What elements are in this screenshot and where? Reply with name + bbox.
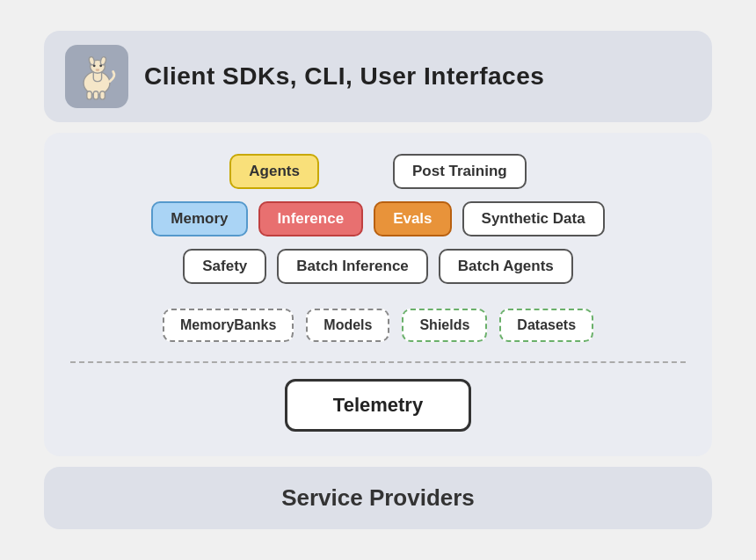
safety-box[interactable]: Safety [183, 249, 266, 284]
middle-panel: Agents Post Training Memory Inference Ev… [44, 133, 712, 456]
api-row-2: Memory Inference Evals Synthetic Data [151, 201, 604, 236]
svg-point-4 [100, 56, 107, 65]
svg-point-5 [93, 64, 96, 67]
datasets-box[interactable]: Datasets [499, 309, 593, 342]
synthetic-data-box[interactable]: Synthetic Data [462, 201, 605, 236]
service-providers-title: Service Providers [281, 484, 475, 511]
llama-icon [65, 45, 128, 108]
dotted-separator [70, 361, 686, 363]
shields-box[interactable]: Shields [402, 309, 487, 342]
post-training-box[interactable]: Post Training [393, 154, 527, 189]
svg-point-6 [99, 64, 102, 67]
svg-point-3 [88, 56, 95, 65]
inference-box[interactable]: Inference [258, 201, 364, 236]
svg-rect-8 [87, 91, 92, 99]
api-row-1: Agents Post Training [229, 154, 526, 189]
svg-rect-9 [93, 91, 98, 99]
memory-banks-box[interactable]: MemoryBanks [163, 309, 294, 342]
memory-box[interactable]: Memory [151, 201, 247, 236]
api-row-3: Safety Batch Inference Batch Agents [183, 249, 573, 284]
evals-box[interactable]: Evals [374, 201, 451, 236]
api-area: Agents Post Training Memory Inference Ev… [70, 154, 686, 284]
main-container: Client SDKs, CLI, User Interfaces Agents… [44, 31, 712, 529]
svg-rect-10 [100, 91, 105, 99]
resources-area: MemoryBanks Models Shields Datasets [70, 309, 686, 342]
telemetry-area: Telemetry [70, 379, 686, 432]
top-bar-title: Client SDKs, CLI, User Interfaces [144, 62, 544, 91]
telemetry-box[interactable]: Telemetry [285, 379, 471, 432]
svg-point-7 [96, 69, 100, 71]
bottom-bar: Service Providers [44, 467, 712, 529]
models-box[interactable]: Models [306, 309, 389, 342]
agents-box[interactable]: Agents [229, 154, 319, 189]
top-bar: Client SDKs, CLI, User Interfaces [44, 31, 712, 122]
batch-inference-box[interactable]: Batch Inference [277, 249, 428, 284]
batch-agents-box[interactable]: Batch Agents [439, 249, 573, 284]
llama-svg [72, 52, 121, 101]
